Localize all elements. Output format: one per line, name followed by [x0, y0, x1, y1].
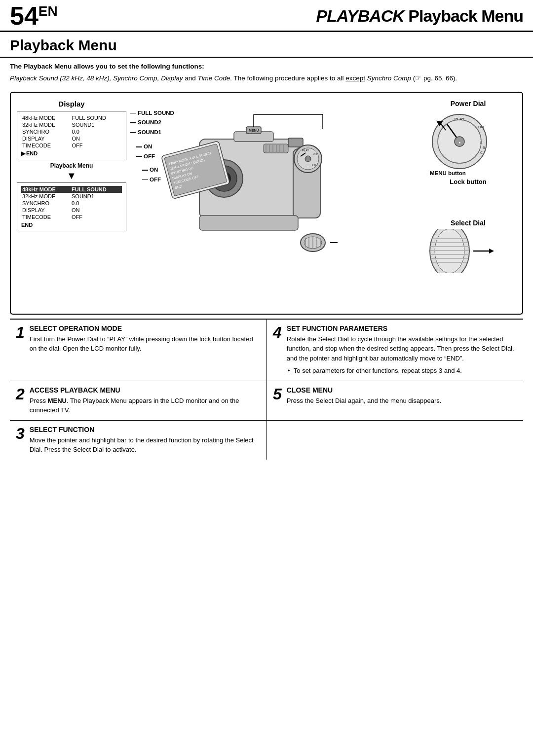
right-labels: Power Dial PLAY OFF E B C ●	[420, 100, 516, 275]
step-3-title: SELECT FUNCTION	[30, 426, 261, 433]
intro-text: The Playback Menu allows you to set the …	[0, 58, 533, 88]
end-row-top: ▶END	[21, 150, 122, 157]
label-sound1: SOUND1	[130, 128, 174, 138]
power-dial-svg: PLAY OFF E B C ●	[420, 109, 499, 174]
power-dial-section: Power Dial PLAY OFF E B C ●	[420, 100, 516, 185]
steps-container: 1 SELECT OPERATION MODE First turn the P…	[10, 319, 523, 474]
intro-rest: . The following procedure applies to all	[230, 74, 345, 82]
svg-text:E: E	[480, 141, 483, 144]
line-labels-area: FULL SOUND SOUND2 SOUND1 ON OFF	[125, 108, 174, 185]
label-on2: ON	[142, 165, 174, 175]
intro-italic1: Playback Sound (32 kHz, 48 kHz), Synchro…	[10, 74, 183, 82]
page-header: 54EN PLAYBACK Playback Menu	[0, 0, 533, 32]
step-3: 3 SELECT FUNCTION Move the pointer and h…	[10, 421, 266, 460]
arrow-down: ▼	[17, 170, 126, 181]
svg-text:B: B	[483, 146, 485, 149]
step-1: 1 SELECT OPERATION MODE First turn the P…	[10, 320, 266, 381]
intro-underline: except	[345, 74, 365, 82]
label-on1: ON	[136, 142, 174, 152]
svg-marker-59	[489, 249, 494, 253]
svg-rect-17	[199, 216, 298, 230]
step-3-number: 3	[16, 426, 25, 441]
step-1-title: SELECT OPERATION MODE	[30, 324, 261, 332]
menu-bottom: 48kHz MODE FULL SOUND 32kHz MODE SOUND1 …	[17, 182, 126, 231]
diagram-inner: Display 48kHz MODE FULL SOUND 32kHz MODE…	[17, 100, 516, 307]
intro-italic2: Time Code	[197, 74, 230, 82]
step-5-title: CLOSE MENU	[287, 386, 517, 394]
table-row: 48kHz MODE FULL SOUND	[21, 114, 122, 121]
label-off1: OFF	[136, 152, 174, 162]
select-dial-section: Select Dial	[420, 219, 516, 275]
svg-text:OFF: OFF	[478, 125, 485, 129]
table-row: 32kHz MODE SOUND1	[21, 193, 122, 200]
label-full-sound: FULL SOUND	[130, 108, 174, 118]
power-dial-label: Power Dial	[420, 100, 516, 108]
step-2-number: 2	[16, 386, 25, 402]
step-5: 5 CLOSE MENU Press the Select Dial again…	[266, 381, 523, 421]
step-4-bullet: To set parameters for other functions, r…	[287, 366, 517, 376]
page-title: Playback Menu	[0, 32, 533, 58]
svg-point-30	[305, 156, 311, 162]
lock-button-label: Lock button	[420, 178, 516, 185]
svg-point-51	[435, 229, 464, 273]
svg-text:MENU: MENU	[249, 129, 259, 132]
menu-bold: MENU	[48, 397, 67, 404]
table-row: TIMECODE OFF	[21, 142, 122, 149]
page-number: 54EN	[10, 3, 58, 29]
header-title: PLAYBACK Playback Menu	[316, 6, 523, 26]
label-off2: OFF	[142, 175, 174, 185]
menu-top: 48kHz MODE FULL SOUND 32kHz MODE SOUND1 …	[17, 111, 126, 160]
table-row: DISPLAY ON	[21, 135, 122, 142]
left-panel: Display 48kHz MODE FULL SOUND 32kHz MODE…	[17, 100, 130, 233]
table-row: SYNCHRO 0.0	[21, 128, 122, 135]
step-4: 4 SET FUNCTION PARAMETERS Rotate the Sel…	[266, 320, 523, 381]
select-dial-label: Select Dial	[420, 219, 516, 227]
intro-and: and	[183, 74, 197, 82]
svg-text:E.B.C: E.B.C	[312, 164, 318, 167]
svg-text:PLAY: PLAY	[455, 117, 465, 121]
intro-italic3: Synchro Comp	[365, 74, 411, 82]
intro-ref: (☞ pg. 65, 66).	[411, 74, 457, 82]
step-5-body: Press the Select Dial again, and the men…	[287, 396, 517, 406]
step-2: 2 ACCESS PLAYBACK MENU Press MENU. The P…	[10, 381, 266, 421]
step-empty	[266, 421, 523, 460]
step-1-number: 1	[16, 324, 25, 340]
svg-rect-16	[288, 138, 303, 147]
select-dial-svg	[420, 229, 499, 273]
sound-labels: FULL SOUND SOUND2 SOUND1 ON OFF	[130, 108, 174, 185]
step-2-title: ACCESS PLAYBACK MENU	[30, 386, 261, 394]
table-row: TIMECODE OFF	[21, 214, 122, 220]
svg-rect-18	[264, 144, 288, 153]
display-label: Display	[17, 100, 126, 108]
step-4-body: Rotate the Select Dial to cycle through …	[287, 334, 517, 363]
step-4-number: 4	[273, 324, 282, 340]
playback-menu-label: Playback Menu	[17, 162, 126, 169]
camcorder-illustration: 48kHz MODE FULL SOUND 32kHz MODE SOUND1 …	[160, 100, 343, 302]
svg-text:PLAY: PLAY	[302, 149, 309, 152]
table-row: DISPLAY ON	[21, 207, 122, 214]
end-row-bottom: END	[21, 222, 122, 228]
step-5-number: 5	[273, 386, 282, 402]
table-row-highlight: 48kHz MODE FULL SOUND	[21, 186, 122, 193]
step-4-title: SET FUNCTION PARAMETERS	[287, 324, 517, 332]
svg-text:C: C	[480, 151, 483, 154]
svg-text:OFF: OFF	[313, 152, 318, 155]
svg-text:●: ●	[458, 141, 460, 144]
step-3-body: Move the pointer and highlight bar to th…	[30, 435, 261, 455]
intro-bold: The Playback Menu allows you to set the …	[10, 63, 204, 70]
table-row: 32kHz MODE SOUND1	[21, 121, 122, 128]
table-row: SYNCHRO 0.0	[21, 200, 122, 207]
step-2-body: Press MENU. The Playback Menu appears in…	[30, 396, 261, 415]
diagram-box: Display 48kHz MODE FULL SOUND 32kHz MODE…	[10, 92, 523, 315]
step-1-body: First turn the Power Dial to “PLAY” whil…	[30, 334, 261, 354]
label-sound2: SOUND2	[130, 118, 174, 128]
